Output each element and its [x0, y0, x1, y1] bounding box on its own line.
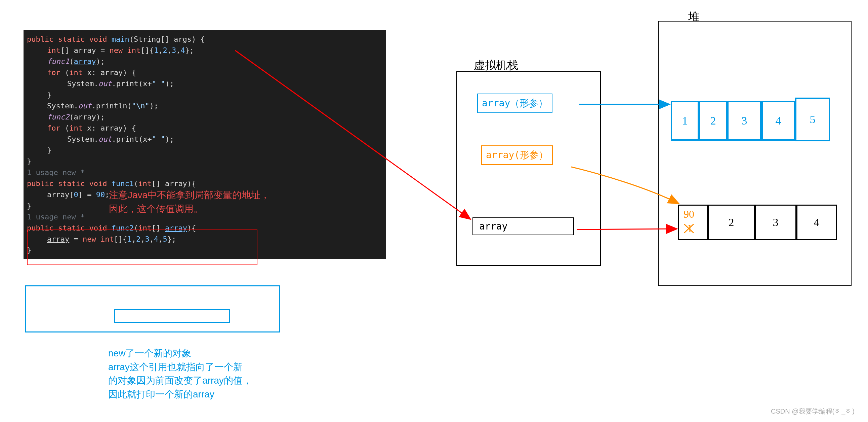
new-expr-highlight-box	[114, 309, 230, 323]
watermark: CSDN @我要学编程(ಥ_ಥ)	[771, 407, 855, 416]
heap-blue-cell-0: 1	[671, 101, 699, 141]
annotation-blue: new了一个新的对象 array这个引用也就指向了一个新 的对象因为前面改变了a…	[108, 347, 252, 401]
heap-black-cell-1: 2	[708, 205, 755, 240]
code-editor: public static void main(String[] args) {…	[24, 30, 386, 259]
heap-blue-cell-3: 4	[762, 101, 795, 141]
heap-value-90: 90	[683, 208, 694, 220]
heap-box	[658, 21, 851, 286]
heap-black-cell-2: 3	[755, 205, 797, 240]
stack-param-black: array	[472, 217, 574, 235]
heap-blue-cell-2: 3	[727, 101, 762, 141]
stack-param-orange: array(形参）	[481, 145, 553, 165]
stack-title: 虚拟机栈	[474, 58, 518, 73]
heap-struck-1: 1	[687, 222, 692, 235]
heap-blue-cell-4: 5	[795, 97, 830, 141]
stack-param-blue: array（形参）	[477, 93, 553, 113]
annotation-red: 注意Java中不能拿到局部变量的地址， 因此，这个传值调用。	[109, 189, 270, 216]
func1-highlight-box	[27, 229, 257, 265]
heap-black-cell-3: 4	[797, 205, 837, 240]
func2-highlight-box	[25, 285, 280, 333]
heap-blue-cell-1: 2	[699, 101, 727, 141]
